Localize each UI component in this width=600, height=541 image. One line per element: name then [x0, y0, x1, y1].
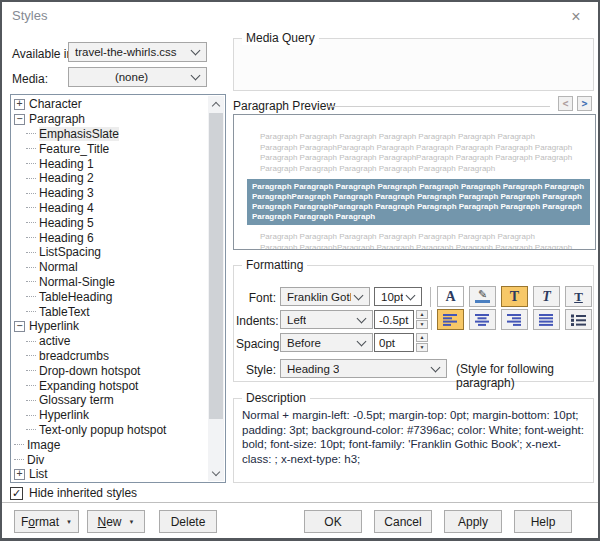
align-left-button[interactable] [437, 309, 464, 330]
align-center-icon [475, 314, 490, 326]
italic-button[interactable]: T [533, 286, 560, 307]
highlight-color-button[interactable]: ✎ [469, 286, 496, 307]
media-select[interactable]: (none) [68, 67, 207, 87]
tree-connector [26, 252, 36, 253]
preview-context-text: Paragraph Paragraph Paragraph Paragraph … [260, 232, 573, 250]
available-in-value: travel-the-whirls.css [75, 46, 177, 58]
align-center-button[interactable] [469, 309, 496, 330]
help-button-label: Help [531, 515, 556, 529]
tree-connector [26, 222, 36, 223]
tree-item[interactable]: Div [11, 452, 208, 467]
preview-prev-button[interactable]: < [558, 96, 573, 111]
tree-item[interactable]: Normal-Single [11, 275, 208, 290]
tree-item[interactable]: Expanding hotspot [11, 378, 208, 393]
style-label: Style: [236, 363, 276, 377]
tree-item[interactable]: Heading 3 [11, 186, 208, 201]
indent-amount-input[interactable]: -0.5pt [374, 310, 414, 329]
spacing-select[interactable]: Before [280, 333, 373, 352]
tree-item[interactable]: Heading 2 [11, 171, 208, 186]
paragraph-preview-label: Paragraph Preview [233, 99, 335, 113]
tree-scrollbar[interactable] [208, 96, 224, 481]
scroll-down-icon[interactable] [208, 465, 224, 481]
tree-item[interactable]: Heading 6 [11, 230, 208, 245]
tree-item[interactable]: Drop-down hotspot [11, 363, 208, 378]
tree-item-label: Character [29, 97, 82, 111]
spinner-up-button[interactable]: ▲ [416, 333, 428, 342]
footer-right-buttons: OKCancelApplyHelp [304, 510, 572, 533]
tree-item[interactable]: −Paragraph [11, 112, 208, 127]
font-family-select[interactable]: Franklin Gothic B [280, 287, 370, 306]
collapse-icon[interactable]: − [14, 114, 25, 125]
font-color-button[interactable]: A [437, 286, 464, 307]
indent-amount-spinner: ▲ ▼ [416, 310, 428, 329]
tree-item[interactable]: breadcrumbs [11, 349, 208, 364]
tree-item[interactable]: Feature_Title [11, 141, 208, 156]
tree-item[interactable]: +Character [11, 97, 208, 112]
available-in-select[interactable]: travel-the-whirls.css [68, 42, 207, 62]
style-description-text: Normal + margin-left: -0.5pt; margin-top… [242, 408, 585, 466]
ok-button[interactable]: OK [304, 510, 362, 533]
bold-button[interactable]: T [501, 286, 528, 307]
scrollbar-thumb[interactable] [209, 113, 223, 419]
formatting-group: Formatting Font: Franklin Gothic B 10pt … [233, 265, 594, 382]
spinner-down-button[interactable]: ▼ [416, 320, 428, 329]
help-button[interactable]: Help [514, 510, 572, 533]
tree-item[interactable]: Heading 5 [11, 215, 208, 230]
underline-button[interactable]: T [565, 286, 592, 307]
hide-inherited-checkbox[interactable]: ✓ [10, 487, 23, 500]
expand-icon[interactable]: + [14, 469, 25, 480]
tree-item[interactable]: Image [11, 437, 208, 452]
collapse-icon[interactable]: − [14, 321, 25, 332]
tree-connector [26, 341, 36, 342]
following-style-select[interactable]: Heading 3 [280, 359, 447, 378]
ok-button-label: OK [324, 515, 341, 529]
font-label: Font: [236, 291, 276, 305]
tree-item-label: Expanding hotspot [39, 379, 138, 393]
delete-button[interactable]: Delete [159, 510, 217, 533]
tree-item[interactable]: ListSpacing [11, 245, 208, 260]
preview-next-button[interactable]: > [577, 96, 592, 111]
tree-connector [26, 133, 36, 134]
indents-label: Indents: [236, 314, 276, 328]
close-icon[interactable]: × [565, 6, 587, 28]
tree-item-label: Image [27, 438, 60, 452]
tree-item[interactable]: Heading 1 [11, 156, 208, 171]
media-value: (none) [115, 71, 148, 83]
check-icon: ✓ [12, 488, 21, 499]
tree-item[interactable]: Glossary term [11, 393, 208, 408]
justify-button[interactable] [533, 309, 560, 330]
tree-item-label: TableText [39, 305, 90, 319]
cancel-button-label: Cancel [384, 515, 421, 529]
tree-connector [14, 459, 24, 460]
tree-item[interactable]: TableHeading [11, 289, 208, 304]
new-button[interactable]: New▼ [87, 510, 145, 533]
align-left-icon [443, 314, 458, 326]
tree-item[interactable]: Text-only popup hotspot [11, 423, 208, 438]
tree-item[interactable]: Heading 4 [11, 201, 208, 216]
font-size-select[interactable]: 10pt [374, 287, 422, 306]
tree-item[interactable]: Hyperlink [11, 408, 208, 423]
justify-icon [539, 314, 554, 326]
tree-item-label: Hyperlink [39, 408, 89, 422]
tree-item[interactable]: EmphasisSlate [11, 127, 208, 142]
tree-item[interactable]: Normal [11, 260, 208, 275]
tree-item[interactable]: −Hyperlink [11, 319, 208, 334]
tree-item[interactable]: active [11, 334, 208, 349]
scroll-up-icon[interactable] [208, 96, 224, 112]
format-button[interactable]: Format▼ [14, 510, 79, 533]
tree-connector [26, 429, 36, 430]
indents-select[interactable]: Left [280, 310, 373, 329]
spacing-amount-input[interactable]: 0pt [374, 333, 414, 352]
spinner-up-button[interactable]: ▲ [416, 310, 428, 319]
expand-icon[interactable]: + [14, 99, 25, 110]
tree-item[interactable]: +List [11, 467, 208, 481]
tree-item[interactable]: TableText [11, 304, 208, 319]
spinner-down-button[interactable]: ▼ [416, 343, 428, 352]
tree-item-label: Hyperlink [29, 319, 79, 333]
alignment-buttons [437, 309, 592, 330]
apply-button[interactable]: Apply [444, 510, 502, 533]
align-right-button[interactable] [501, 309, 528, 330]
bullet-list-button[interactable] [565, 309, 592, 330]
spacing-amount-spinner: ▲ ▼ [416, 333, 428, 352]
cancel-button[interactable]: Cancel [374, 510, 432, 533]
